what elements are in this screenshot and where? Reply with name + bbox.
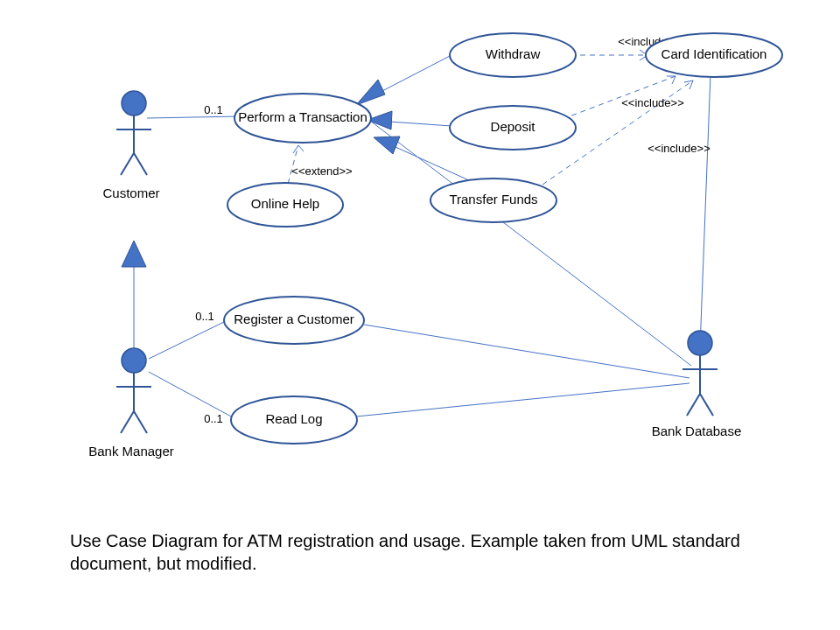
assoc-manager-register — [149, 320, 228, 359]
svg-line-13 — [687, 394, 700, 416]
svg-line-8 — [121, 411, 134, 433]
usecase-perform-transaction-label: Perform a Transaction — [238, 109, 368, 124]
usecase-register-customer-label: Register a Customer — [234, 312, 354, 326]
include-arrow-transfer — [684, 80, 693, 89]
label-include-3: <<include>> — [648, 142, 710, 155]
actor-customer — [116, 91, 151, 175]
usecase-deposit-label: Deposit — [491, 119, 536, 134]
svg-line-14 — [700, 394, 713, 416]
gen-arrow-manager — [122, 241, 146, 267]
assoc-db-readlog — [347, 383, 690, 417]
mult-customer-perform: 0..1 — [204, 103, 223, 116]
gen-deposit-perform — [389, 122, 452, 126]
svg-point-5 — [122, 348, 146, 373]
label-extend: <<extend>> — [291, 164, 352, 178]
usecase-read-log-label: Read Log — [265, 411, 322, 426]
svg-point-0 — [122, 91, 146, 116]
svg-line-3 — [121, 153, 134, 175]
mult-manager-readlog: 0..1 — [204, 412, 223, 425]
svg-line-9 — [134, 411, 147, 433]
svg-point-10 — [688, 331, 712, 355]
actor-bank-database — [682, 331, 718, 416]
gen-transfer-perform — [396, 147, 471, 181]
assoc-manager-readlog — [149, 372, 233, 417]
usecase-withdraw-label: Withdraw — [486, 46, 541, 61]
mult-manager-register: 0..1 — [195, 310, 214, 323]
usecase-card-identification-label: Card Identification — [662, 46, 767, 61]
gen-withdraw-perform — [379, 55, 452, 93]
actor-bank-manager-label: Bank Manager — [88, 444, 174, 458]
gen-arrow-transfer — [374, 136, 400, 154]
svg-line-4 — [134, 153, 147, 175]
include-arrow-deposit — [667, 76, 676, 84]
actor-customer-label: Customer — [102, 186, 159, 200]
assoc-db-cardid — [700, 74, 710, 347]
diagram-caption: Use Case Diagram for ATM registration an… — [70, 529, 770, 575]
assoc-db-register — [364, 325, 690, 378]
label-include-2: <<include>> — [621, 96, 684, 109]
usecase-transfer-funds-label: Transfer Funds — [449, 192, 537, 206]
actor-bank-database-label: Bank Database — [652, 424, 742, 438]
actor-bank-manager — [116, 348, 151, 433]
assoc-customer-perform — [147, 116, 239, 118]
gen-arrow-withdraw — [356, 80, 385, 105]
usecase-online-help-label: Online Help — [251, 196, 319, 211]
